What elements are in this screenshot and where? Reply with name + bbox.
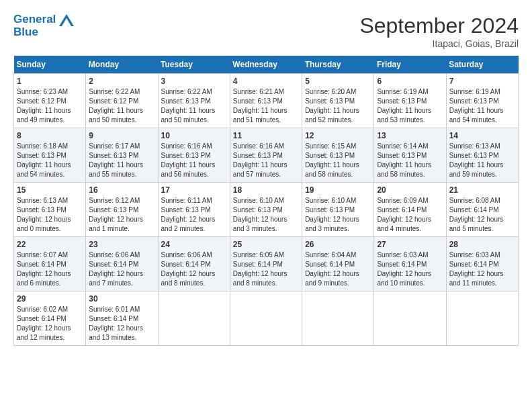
day-number: 12: [305, 131, 371, 140]
sunset-label: Sunset: 6:13 PM: [377, 152, 427, 159]
daylight-label: Daylight: 12 hours and 2 minutes.: [161, 216, 216, 232]
sunset-label: Sunset: 6:14 PM: [17, 315, 66, 322]
day-cell-8: 8 Sunrise: 6:18 AM Sunset: 6:13 PM Dayli…: [14, 128, 86, 183]
sunrise-label: Sunrise: 6:07 AM: [17, 251, 68, 259]
sunrise-label: Sunrise: 6:16 AM: [161, 142, 212, 150]
day-info: Sunrise: 6:21 AM Sunset: 6:13 PM Dayligh…: [233, 87, 299, 125]
sunrise-label: Sunrise: 6:09 AM: [377, 197, 428, 204]
empty-cell: [230, 291, 302, 346]
daylight-label: Daylight: 12 hours and 11 minutes.: [449, 270, 504, 287]
day-cell-22: 22 Sunrise: 6:07 AM Sunset: 6:14 PM Dayl…: [14, 237, 86, 291]
daylight-label: Daylight: 11 hours and 50 minutes.: [161, 107, 216, 124]
day-info: Sunrise: 6:05 AM Sunset: 6:14 PM Dayligh…: [233, 250, 299, 288]
sunrise-label: Sunrise: 6:13 AM: [17, 197, 68, 204]
daylight-label: Daylight: 12 hours and 4 minutes.: [377, 216, 431, 232]
sunrise-label: Sunrise: 6:05 AM: [233, 251, 284, 259]
day-cell-25: 25 Sunrise: 6:05 AM Sunset: 6:14 PM Dayl…: [230, 237, 302, 291]
day-info: Sunrise: 6:15 AM Sunset: 6:13 PM Dayligh…: [305, 142, 371, 179]
day-info: Sunrise: 6:18 AM Sunset: 6:13 PM Dayligh…: [17, 142, 83, 179]
day-cell-19: 19 Sunrise: 6:10 AM Sunset: 6:13 PM Dayl…: [302, 183, 374, 237]
sunrise-label: Sunrise: 6:02 AM: [17, 306, 68, 313]
sunrise-label: Sunrise: 6:11 AM: [161, 197, 212, 204]
day-number: 22: [17, 240, 83, 249]
day-info: Sunrise: 6:11 AM Sunset: 6:13 PM Dayligh…: [161, 196, 227, 234]
sunrise-label: Sunrise: 6:13 AM: [449, 142, 500, 150]
day-cell-1: 1 Sunrise: 6:23 AM Sunset: 6:12 PM Dayli…: [14, 74, 86, 128]
daylight-label: Daylight: 11 hours and 56 minutes.: [161, 161, 216, 178]
sunset-label: Sunset: 6:13 PM: [449, 152, 499, 159]
empty-cell: [158, 291, 230, 346]
daylight-label: Daylight: 12 hours and 12 minutes.: [17, 324, 71, 341]
sunrise-label: Sunrise: 6:06 AM: [161, 251, 212, 259]
day-cell-27: 27 Sunrise: 6:03 AM Sunset: 6:14 PM Dayl…: [374, 237, 446, 291]
sunset-label: Sunset: 6:13 PM: [233, 206, 283, 214]
day-info: Sunrise: 6:22 AM Sunset: 6:13 PM Dayligh…: [161, 87, 227, 125]
day-number: 1: [17, 77, 83, 86]
day-number: 28: [449, 240, 515, 249]
daylight-label: Daylight: 11 hours and 57 minutes.: [233, 161, 287, 178]
day-number: 7: [449, 77, 515, 86]
day-number: 3: [161, 77, 227, 86]
sunrise-label: Sunrise: 6:22 AM: [161, 88, 212, 95]
day-number: 24: [161, 240, 227, 249]
logo-icon: [59, 14, 74, 26]
empty-cell: [446, 291, 518, 346]
sunset-label: Sunset: 6:13 PM: [161, 97, 211, 105]
logo-text: General: [13, 13, 74, 26]
day-info: Sunrise: 6:09 AM Sunset: 6:14 PM Dayligh…: [377, 196, 443, 234]
sunrise-label: Sunrise: 6:19 AM: [449, 88, 500, 95]
day-info: Sunrise: 6:17 AM Sunset: 6:13 PM Dayligh…: [89, 142, 154, 179]
day-info: Sunrise: 6:20 AM Sunset: 6:13 PM Dayligh…: [305, 87, 371, 125]
sunrise-label: Sunrise: 6:03 AM: [377, 251, 428, 259]
daylight-label: Daylight: 12 hours and 5 minutes.: [449, 216, 504, 232]
calendar-table: SundayMondayTuesdayWednesdayThursdayFrid…: [13, 56, 519, 346]
daylight-label: Daylight: 12 hours and 10 minutes.: [377, 270, 431, 287]
daylight-label: Daylight: 11 hours and 54 minutes.: [17, 161, 71, 178]
month-title: September 2024: [359, 13, 519, 38]
sunrise-label: Sunrise: 6:12 AM: [89, 197, 140, 204]
day-cell-28: 28 Sunrise: 6:03 AM Sunset: 6:14 PM Dayl…: [446, 237, 518, 291]
sunset-label: Sunset: 6:13 PM: [161, 152, 211, 159]
day-cell-23: 23 Sunrise: 6:06 AM Sunset: 6:14 PM Dayl…: [86, 237, 158, 291]
column-header-friday: Friday: [374, 56, 446, 74]
day-number: 26: [305, 240, 371, 249]
sunset-label: Sunset: 6:13 PM: [17, 152, 66, 159]
sunset-label: Sunset: 6:13 PM: [377, 97, 427, 105]
sunset-label: Sunset: 6:14 PM: [161, 261, 211, 268]
sunrise-label: Sunrise: 6:20 AM: [305, 88, 356, 95]
day-info: Sunrise: 6:22 AM Sunset: 6:12 PM Dayligh…: [89, 87, 154, 125]
day-number: 20: [377, 185, 443, 195]
day-cell-6: 6 Sunrise: 6:19 AM Sunset: 6:13 PM Dayli…: [374, 74, 446, 128]
column-header-monday: Monday: [86, 56, 158, 74]
day-info: Sunrise: 6:10 AM Sunset: 6:13 PM Dayligh…: [305, 196, 371, 234]
day-cell-14: 14 Sunrise: 6:13 AM Sunset: 6:13 PM Dayl…: [446, 128, 518, 183]
sunset-label: Sunset: 6:14 PM: [377, 206, 427, 214]
sunrise-label: Sunrise: 6:18 AM: [17, 142, 68, 150]
sunset-label: Sunset: 6:14 PM: [233, 261, 283, 268]
daylight-label: Daylight: 11 hours and 53 minutes.: [377, 107, 431, 124]
daylight-label: Daylight: 11 hours and 59 minutes.: [449, 161, 504, 178]
daylight-label: Daylight: 11 hours and 51 minutes.: [233, 107, 287, 124]
day-cell-18: 18 Sunrise: 6:10 AM Sunset: 6:13 PM Dayl…: [230, 183, 302, 237]
column-header-thursday: Thursday: [302, 56, 374, 74]
sunrise-label: Sunrise: 6:22 AM: [89, 88, 140, 95]
day-info: Sunrise: 6:13 AM Sunset: 6:13 PM Dayligh…: [449, 142, 515, 179]
day-cell-3: 3 Sunrise: 6:22 AM Sunset: 6:13 PM Dayli…: [158, 74, 230, 128]
daylight-label: Daylight: 11 hours and 58 minutes.: [305, 161, 359, 178]
daylight-label: Daylight: 12 hours and 6 minutes.: [17, 270, 71, 287]
day-info: Sunrise: 6:03 AM Sunset: 6:14 PM Dayligh…: [377, 250, 443, 288]
day-cell-2: 2 Sunrise: 6:22 AM Sunset: 6:12 PM Dayli…: [86, 74, 158, 128]
sunset-label: Sunset: 6:13 PM: [305, 97, 355, 105]
day-number: 6: [377, 77, 443, 86]
day-cell-4: 4 Sunrise: 6:21 AM Sunset: 6:13 PM Dayli…: [230, 74, 302, 128]
day-info: Sunrise: 6:04 AM Sunset: 6:14 PM Dayligh…: [305, 250, 371, 288]
day-number: 15: [17, 185, 83, 195]
sunset-label: Sunset: 6:13 PM: [161, 206, 211, 214]
sunrise-label: Sunrise: 6:14 AM: [377, 142, 428, 150]
day-cell-16: 16 Sunrise: 6:12 AM Sunset: 6:13 PM Dayl…: [86, 183, 158, 237]
empty-cell: [374, 291, 446, 346]
day-info: Sunrise: 6:02 AM Sunset: 6:14 PM Dayligh…: [17, 305, 83, 342]
daylight-label: Daylight: 12 hours and 1 minute.: [89, 216, 143, 232]
sunset-label: Sunset: 6:13 PM: [305, 152, 355, 159]
sunset-label: Sunset: 6:13 PM: [233, 152, 283, 159]
